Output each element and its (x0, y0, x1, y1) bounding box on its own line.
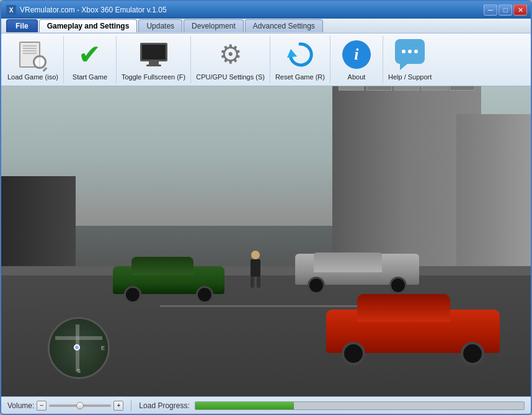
tab-development[interactable]: Development (184, 19, 244, 32)
status-bar: Volume: − + Load Progress: (1, 396, 531, 414)
car-silver-wheel-l (308, 277, 325, 294)
window (422, 86, 447, 91)
title-bar-left: X VRemulator.com - Xbox 360 Emulator v.1… (6, 5, 167, 15)
building-windows (339, 86, 475, 91)
close-button[interactable]: ✕ (513, 4, 527, 16)
volume-slider[interactable] (49, 404, 111, 407)
minimap-compass-s: S (77, 368, 81, 374)
minimap: S E (48, 317, 110, 379)
refresh-svg-icon (286, 40, 314, 69)
minimap-inner: S E (50, 319, 108, 377)
tab-updates[interactable]: Updates (138, 19, 182, 32)
help-support-icon (394, 38, 426, 71)
checkmark-icon: ✔ (78, 41, 101, 68)
title-buttons: ─ □ ✕ (484, 4, 527, 16)
load-progress-bar (195, 401, 525, 410)
game-viewport[interactable]: S E (1, 86, 531, 396)
volume-control: Volume: − + (7, 401, 123, 411)
about-button[interactable]: i About (330, 36, 383, 83)
tab-bar: File Gameplay and Settings Updates Devel… (4, 19, 326, 32)
character-leg-l (250, 277, 254, 288)
window-title: VRemulator.com - Xbox 360 Emulator v.1.0… (20, 6, 167, 14)
car-silver (295, 248, 419, 294)
toggle-fullscreen-icon (138, 38, 170, 71)
cpu-gpu-settings-icon: ⚙ (215, 38, 247, 71)
volume-thumb[interactable] (76, 402, 84, 409)
minimize-button[interactable]: ─ (484, 4, 497, 16)
toggle-fullscreen-label: Toggle Fullscreen (F) (122, 73, 185, 81)
buildings-group (1, 133, 531, 288)
main-window: X VRemulator.com - Xbox 360 Emulator v.1… (0, 0, 532, 415)
car-silver-wheel-r (389, 277, 407, 294)
car-red-wheel-l (342, 342, 365, 365)
gear-icon: ⚙ (219, 42, 242, 68)
window (450, 86, 475, 91)
load-game-label: Load Game (iso) (7, 73, 58, 81)
chat-dot-3 (414, 50, 418, 53)
start-game-button[interactable]: ✔ Start Game (64, 36, 117, 83)
progress-section: Load Progress: (139, 401, 525, 410)
character-body (250, 259, 260, 277)
status-separator (131, 400, 131, 411)
volume-increase-button[interactable]: + (113, 401, 123, 411)
sidewalk (1, 266, 531, 275)
main-content: S E Volume: − + Load Progress: (1, 86, 531, 414)
window (366, 86, 392, 91)
car-green-roof (131, 257, 193, 275)
maximize-button[interactable]: □ (499, 4, 512, 16)
cpu-gpu-settings-button[interactable]: ⚙ CPU/GPU Settings (S) (191, 36, 270, 83)
app-icon: X (6, 5, 16, 15)
character-leg-r (257, 277, 260, 288)
toggle-fullscreen-button[interactable]: Toggle Fullscreen (F) (117, 36, 191, 83)
tab-file[interactable]: File (6, 19, 38, 32)
svg-marker-0 (287, 49, 297, 58)
car-green (113, 260, 224, 303)
car-silver-roof (314, 252, 382, 272)
monitor-screen-icon (140, 43, 167, 61)
start-game-label: Start Game (73, 73, 107, 81)
character-legs (249, 277, 262, 288)
help-support-button[interactable]: Help / Support (383, 36, 437, 83)
car-red-wheel-r (461, 342, 484, 365)
load-game-icon (17, 38, 49, 71)
menu-bar: File Gameplay and Settings Updates Devel… (1, 19, 531, 33)
minimap-compass-e: E (101, 345, 105, 351)
toolbar: Load Game (iso) ✔ Start Game Toggle Full… (1, 33, 531, 86)
about-label: About (348, 73, 366, 81)
reset-game-label: Reset Game (R) (275, 73, 325, 81)
car-green-wheel-r (196, 286, 213, 303)
chat-dot-2 (408, 50, 412, 53)
reset-game-icon (284, 38, 316, 71)
tab-gameplay[interactable]: Gameplay and Settings (39, 19, 138, 32)
car-red-roof (357, 294, 450, 322)
character-head (251, 251, 260, 259)
chat-dots (402, 50, 418, 53)
load-progress-label: Load Progress: (139, 401, 189, 410)
tab-advanced[interactable]: Advanced Settings (245, 19, 323, 32)
window (339, 86, 364, 91)
about-icon: i (340, 38, 373, 71)
chat-dot-1 (402, 50, 406, 53)
reset-game-button[interactable]: Reset Game (R) (270, 36, 330, 83)
load-game-button[interactable]: Load Game (iso) (2, 36, 64, 83)
start-game-icon: ✔ (74, 38, 106, 71)
volume-decrease-button[interactable]: − (37, 401, 47, 411)
monitor-base-icon (146, 65, 161, 66)
cpu-gpu-settings-label: CPU/GPU Settings (S) (196, 73, 265, 81)
chat-bubble-icon (395, 39, 425, 64)
player-character (249, 251, 262, 288)
volume-label: Volume: (7, 401, 34, 410)
title-bar: X VRemulator.com - Xbox 360 Emulator v.1… (1, 1, 531, 19)
game-scene: S E (1, 86, 531, 396)
info-circle-icon: i (342, 40, 371, 69)
load-progress-fill (195, 402, 294, 409)
car-red (326, 297, 500, 365)
car-green-wheel-l (124, 286, 141, 303)
window (394, 86, 420, 91)
building-right (456, 114, 531, 288)
help-support-label: Help / Support (388, 73, 432, 81)
